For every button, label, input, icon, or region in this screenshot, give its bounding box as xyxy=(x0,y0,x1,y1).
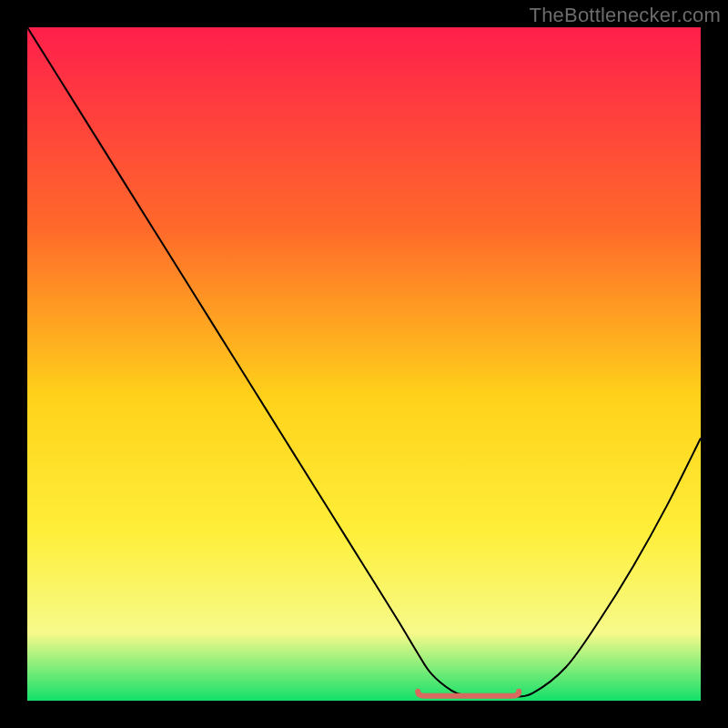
bottleneck-chart xyxy=(27,27,701,701)
chart-frame: TheBottlenecker.com xyxy=(0,0,728,728)
plot-area xyxy=(27,27,701,701)
gradient-background xyxy=(27,27,701,701)
watermark-text: TheBottlenecker.com xyxy=(530,4,721,27)
